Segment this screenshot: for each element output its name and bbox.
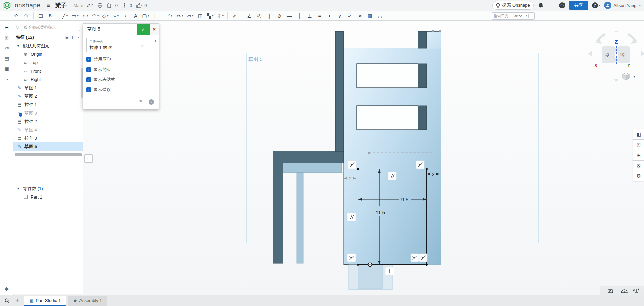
rail-parts-icon[interactable]: ▣ (3, 65, 11, 73)
parallel-constraint-icon[interactable] (347, 213, 356, 221)
mass-properties-scale-icon[interactable] (633, 288, 639, 293)
constraint-parallel-icon[interactable]: ∥ (265, 12, 273, 20)
arc-tool-icon[interactable]: ◠ (91, 12, 99, 20)
seat-front-face[interactable] (283, 163, 342, 173)
dialog-help-icon[interactable]: ? (149, 99, 154, 105)
tree-row[interactable]: ▾ − 默认几何图元 (13, 42, 83, 50)
pierce-constraint-icon[interactable] (347, 254, 356, 262)
rectangle-tool-icon[interactable]: ▭ (71, 12, 79, 20)
constraint-vertical-icon[interactable]: │ (296, 12, 304, 20)
tree-row[interactable]: ✎ − 草图 2 (13, 92, 83, 100)
extrude-feature-icon[interactable]: ▤ (37, 12, 45, 20)
explore-onshape-button[interactable]: 探索 Onshape (492, 1, 533, 10)
trim-tool-icon[interactable]: ✂ (176, 12, 184, 20)
dialog-checkbox-row[interactable]: ✓ 显示错误 (86, 87, 155, 93)
text-tool-icon[interactable]: A (131, 12, 140, 20)
hole-lower[interactable] (357, 106, 427, 130)
constraint-tangent-icon[interactable]: ⊘ (275, 12, 283, 20)
forum-icon[interactable]: ◠ (559, 2, 565, 8)
constraint-fix-icon[interactable]: ≈ (356, 12, 364, 20)
studio-tab[interactable]: ◆ Assembly 1 (68, 296, 107, 306)
parallel-constraint-icon[interactable] (388, 172, 396, 180)
redo-icon[interactable]: ↷ (22, 12, 30, 20)
back-post-face[interactable] (335, 31, 344, 152)
dialog-checkbox-row[interactable]: ✓ 显示表达式 (86, 77, 155, 83)
undo-icon[interactable]: ↶ (12, 12, 20, 20)
tape-measure-icon[interactable] (608, 288, 615, 293)
dialog-checkbox-row[interactable]: ✓ 禁用压印 (86, 56, 155, 62)
notifications-bell-icon[interactable] (538, 2, 544, 9)
share-link-icon[interactable] (87, 2, 93, 9)
tree-row[interactable]: ▱ − Top (13, 58, 83, 67)
tree-options-button[interactable]: ≔ (84, 154, 93, 163)
divider[interactable] (242, 12, 242, 19)
checkbox-checked-icon[interactable]: ✓ (86, 87, 91, 92)
checkbox-checked-icon[interactable]: ✓ (86, 77, 91, 82)
tree-row[interactable]: ▤ − 拉伸 3 (13, 134, 83, 142)
rail-notes-icon[interactable]: ▤ (3, 54, 11, 62)
rollback-bar[interactable] (15, 153, 82, 156)
tree-row[interactable]: ✎ − 草图 3 (13, 109, 83, 117)
fillet-tool-icon[interactable]: ◜ (166, 12, 174, 20)
sketch-plane-field[interactable]: 草图平面 拉伸 1 的 面 × (86, 38, 146, 52)
revolve-feature-icon[interactable]: ↻ (47, 12, 55, 20)
construction-toggle-icon[interactable]: ⊦ (152, 12, 160, 20)
tree-row[interactable]: ✎ − 草图 4 (13, 126, 83, 134)
search-tabs-icon[interactable] (3, 296, 11, 305)
add-folder-icon[interactable]: ⊞ (65, 35, 69, 40)
protractor-icon[interactable] (621, 288, 628, 293)
divider[interactable] (227, 12, 228, 19)
constraint-curvature-icon[interactable]: ◡ (376, 12, 384, 20)
perpendicular-constraint-icon[interactable] (385, 267, 394, 275)
offset-tool-icon[interactable]: ▱ (186, 12, 194, 20)
pierce-constraint-icon[interactable] (419, 254, 427, 262)
sketch-settings-icon[interactable]: ✎ (137, 97, 145, 105)
viewcube-faces[interactable]: 右 后 (602, 46, 630, 63)
tree-row[interactable]: ▱ − Right (13, 75, 83, 84)
rail-comment-icon[interactable]: ✉ (3, 44, 11, 52)
left-leg-face[interactable] (273, 163, 283, 263)
likes-thumb-icon[interactable] (136, 2, 142, 9)
confirm-button[interactable]: ✓ (137, 24, 150, 35)
constraint-normal-icon[interactable]: ✓ (346, 12, 354, 20)
flyout-named-views-icon[interactable]: ⊡ (633, 139, 644, 150)
constraint-concentric-icon[interactable]: ◎ (255, 12, 263, 20)
divider[interactable] (163, 12, 163, 19)
copies-icon[interactable] (107, 2, 113, 9)
transform-tool-icon[interactable]: ⇗ (231, 12, 239, 20)
pierce-constraint-icon[interactable] (411, 254, 419, 262)
point-tool-icon[interactable]: ◦ (121, 12, 129, 20)
suspend-rebuild-icon[interactable]: ‖ (72, 35, 74, 40)
rail-feature-tree-icon[interactable]: ⊟ (3, 23, 11, 31)
clear-selection-icon[interactable]: × (141, 43, 144, 48)
mirror-tool-icon[interactable]: ◫ (196, 12, 204, 20)
onshape-logo[interactable] (3, 2, 11, 9)
checkbox-checked-icon[interactable]: ✓ (86, 67, 91, 72)
seat-bar-face[interactable] (273, 151, 344, 163)
help-menu[interactable]: ? ▾ (592, 2, 600, 8)
part-body[interactable] (273, 31, 441, 265)
import-dxf-icon[interactable]: ↧ (216, 12, 224, 20)
constraint-perpendicular-icon[interactable]: ⊥ (306, 12, 314, 20)
constraint-coincident-icon[interactable]: ∠ (245, 12, 253, 20)
deferred-rebuild-icon[interactable]: ◔ (153, 38, 157, 44)
tree-row[interactable]: ✎ − 草图 1 (13, 84, 83, 92)
view-options-caret-icon[interactable]: ▼ (633, 75, 636, 78)
sketch-face-top[interactable] (427, 31, 441, 49)
user-menu[interactable]: Alison Yang ▾ (604, 2, 641, 9)
polygon-tool-icon[interactable]: ◇ (101, 12, 109, 20)
avatar[interactable] (604, 2, 611, 9)
spline-tool-icon[interactable]: ∿ (111, 12, 119, 20)
view-cube[interactable]: 右 后 X Y Z ▼ (588, 29, 644, 83)
pierce-constraint-icon[interactable] (348, 161, 356, 169)
slot-tool-icon[interactable]: ▢ (142, 12, 150, 20)
flyout-display-states-icon[interactable]: ⊞ (633, 150, 644, 161)
constraint-horizontal-icon[interactable]: ― (285, 12, 293, 20)
flyout-appearance-icon[interactable]: ◧ (633, 129, 644, 140)
viewcube-rotate-arrows[interactable] (588, 30, 644, 82)
line-tool-icon[interactable]: ╱ (61, 12, 69, 20)
divider[interactable] (58, 12, 58, 19)
rail-insert-icon[interactable]: ⊞ (3, 34, 11, 42)
tree-row[interactable]: ▤ − 拉伸 2 (13, 117, 83, 126)
rail-assistant-icon[interactable]: ✱ (3, 285, 11, 293)
